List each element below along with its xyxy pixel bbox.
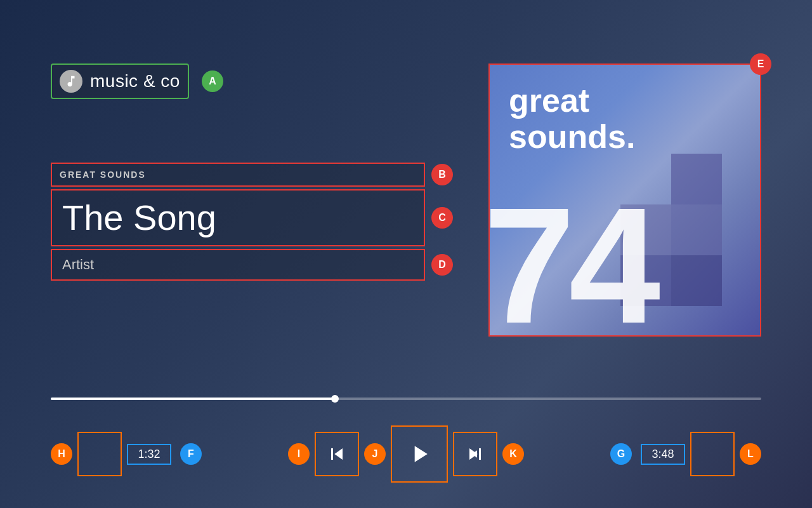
album-label-box: GREAT SOUNDS (51, 163, 425, 187)
album-label: GREAT SOUNDS (60, 170, 146, 180)
album-art-number: 74 (490, 183, 654, 335)
left-extra-button[interactable] (77, 432, 122, 476)
badge-c: C (431, 207, 453, 229)
song-title: The Song (62, 197, 216, 237)
song-title-row: The Song C (51, 189, 457, 246)
badge-e: E (750, 53, 771, 75)
artist-box: Artist (51, 249, 425, 281)
music-icon (60, 70, 82, 93)
controls-right-group: G 3:48 L (610, 432, 761, 476)
badge-b: B (431, 164, 453, 185)
deco-square-5 (671, 255, 722, 306)
controls-section: H 1:32 F I J (51, 425, 761, 483)
badge-d: D (431, 254, 453, 276)
progress-fill (51, 398, 335, 400)
controls-center-group: I J K (288, 425, 524, 483)
controls-left-group: H 1:32 F (51, 432, 202, 476)
progress-bar[interactable] (51, 398, 761, 400)
right-extra-button[interactable] (690, 432, 735, 476)
progress-section (51, 398, 761, 400)
badge-h: H (51, 443, 72, 465)
next-button[interactable] (453, 432, 497, 476)
deco-square-1 (671, 154, 722, 204)
app-title: music & co (90, 71, 180, 91)
progress-thumb[interactable] (331, 395, 339, 403)
track-info: GREAT SOUNDS B The Song C Artist D (51, 163, 457, 281)
play-button[interactable] (391, 425, 448, 483)
badge-f: F (180, 443, 202, 465)
badge-j: J (364, 443, 386, 465)
total-time: 3:48 (641, 444, 685, 465)
current-time: 1:32 (127, 444, 171, 465)
badge-l: L (740, 443, 761, 465)
album-art-text: great sounds. (509, 83, 635, 155)
badge-g: G (610, 443, 632, 465)
album-art-container: E great sounds. 74 (488, 64, 761, 337)
app-bar: music & co (51, 64, 189, 99)
badge-a: A (202, 70, 223, 92)
song-title-box: The Song (51, 189, 425, 246)
badge-k: K (502, 443, 524, 465)
left-section: music & co A GREAT SOUNDS B The Song C (51, 64, 457, 281)
artist-row: Artist D (51, 249, 457, 281)
badge-i: I (288, 443, 310, 465)
album-label-row: GREAT SOUNDS B (51, 163, 457, 187)
album-art: great sounds. 74 (490, 65, 760, 335)
artist-name: Artist (62, 257, 94, 272)
deco-square-3 (671, 204, 722, 255)
prev-button[interactable] (315, 432, 359, 476)
main-container: music & co A GREAT SOUNDS B The Song C (0, 0, 812, 508)
